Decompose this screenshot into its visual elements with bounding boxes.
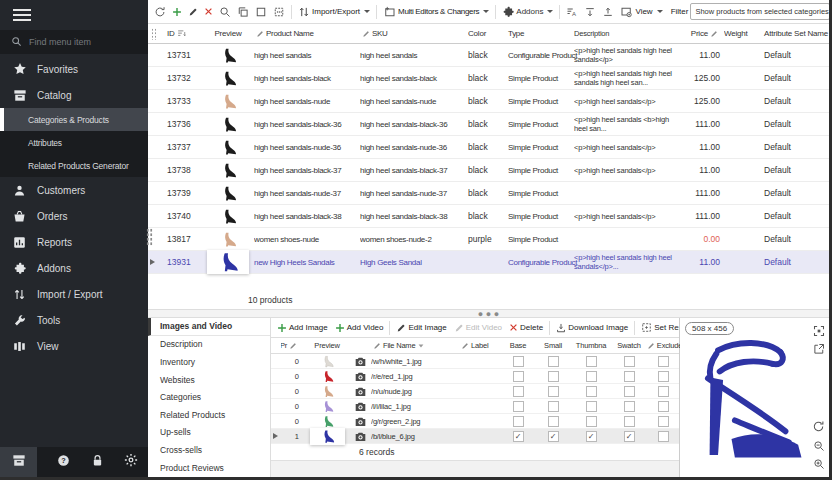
base-checkbox[interactable] — [513, 386, 524, 397]
swatch-checkbox[interactable] — [624, 356, 635, 367]
image-row-l-i-lilac-1-jpg[interactable]: 0/l/i/lilac_1.jpg — [271, 399, 679, 414]
delete-image-button[interactable]: Delete — [506, 322, 546, 333]
zoom-out-button[interactable] — [813, 438, 825, 456]
view-menu[interactable]: View — [618, 5, 664, 19]
column-header-id[interactable]: ID — [158, 29, 202, 38]
sidebar-item-addons[interactable]: Addons — [0, 255, 148, 281]
tab-websites[interactable]: Websites — [148, 371, 270, 389]
column-header-attribute-set[interactable]: Attribute Set Name — [758, 29, 829, 38]
small-checkbox[interactable]: ✓ — [548, 431, 559, 442]
column-header-weight[interactable]: Weight — [724, 29, 758, 38]
sidebar-item-categories-products[interactable]: Categories & Products — [0, 108, 148, 131]
column-header-preview[interactable]: Preview — [305, 341, 349, 350]
base-checkbox[interactable]: ✓ — [513, 431, 524, 442]
tab-description[interactable]: Description — [148, 336, 270, 354]
sidebar-item-attributes[interactable]: Attributes — [0, 131, 148, 154]
product-row-13739[interactable]: 13739high heel sandals-nude-37high heel … — [148, 182, 829, 205]
rotate-image-button[interactable] — [812, 419, 825, 437]
edit-image-button[interactable]: Edit Image — [393, 322, 449, 334]
sidebar-item-related-products-generator[interactable]: Related Products Generator — [0, 154, 148, 177]
refresh-button[interactable] — [152, 5, 168, 19]
exclude-checkbox[interactable] — [658, 386, 669, 397]
product-row-13931[interactable]: 13931new High Heels SandalsHigh Geels Sa… — [148, 251, 829, 274]
swatch-checkbox[interactable]: ✓ — [624, 431, 635, 442]
small-checkbox[interactable] — [548, 416, 559, 427]
hamburger-menu-button[interactable] — [0, 0, 148, 30]
image-row-r-e-red-1-jpg[interactable]: 0/r/e/red_1.jpg — [271, 369, 679, 384]
tab-inventory[interactable]: Inventory — [148, 353, 270, 371]
base-checkbox[interactable] — [513, 416, 524, 427]
horizontal-scrollbar[interactable] — [271, 460, 679, 477]
fit-to-screen-button[interactable] — [813, 323, 825, 341]
sidebar-item-customers[interactable]: Customers — [0, 177, 148, 203]
exclude-checkbox[interactable] — [658, 401, 669, 412]
base-checkbox[interactable] — [513, 401, 524, 412]
column-header-preview[interactable]: Preview — [202, 29, 254, 38]
thumbnail-checkbox[interactable]: ✓ — [586, 431, 597, 442]
column-header-file-name[interactable]: File Name — [371, 341, 459, 350]
thumbnail-checkbox[interactable] — [586, 416, 597, 427]
edit-product-button[interactable] — [186, 6, 200, 18]
column-header-price[interactable]: Price — [680, 29, 724, 38]
sidebar-resize-handle[interactable] — [146, 228, 153, 246]
swatch-checkbox[interactable] — [624, 371, 635, 382]
settings-button[interactable] — [114, 447, 148, 477]
thumbnail-checkbox[interactable] — [586, 356, 597, 367]
open-external-button[interactable] — [813, 341, 825, 359]
download-image-button[interactable]: Download Image — [553, 322, 631, 334]
copy-button[interactable] — [235, 5, 251, 19]
column-header-swatch[interactable]: Swatch — [611, 341, 647, 350]
sidebar-item-favorites[interactable]: Favorites — [0, 56, 148, 82]
lock-button[interactable] — [80, 447, 114, 477]
menu-search-input[interactable] — [29, 37, 129, 47]
column-header-sku[interactable]: SKU — [360, 29, 468, 38]
import-export-menu[interactable]: Import/Export — [296, 5, 372, 19]
small-checkbox[interactable] — [548, 371, 559, 382]
product-row-13738[interactable]: 13738high heel sandals-black-37high heel… — [148, 159, 829, 182]
column-header-color[interactable]: Color — [468, 29, 508, 38]
column-header-description[interactable]: Description — [574, 29, 680, 38]
panel-splitter[interactable]: ● ● ● — [148, 310, 829, 318]
product-row-13737[interactable]: 13737high heel sandals-nude-36high heel … — [148, 136, 829, 159]
small-checkbox[interactable] — [548, 356, 559, 367]
tab-categories[interactable]: Categories — [148, 388, 270, 406]
filter-select[interactable]: Show products from selected categories — [690, 3, 829, 20]
product-row-13732[interactable]: 13732high heel sandals-blackhigh heel sa… — [148, 67, 829, 90]
sidebar-item-reports[interactable]: Reports — [0, 229, 148, 255]
tab-up-sells[interactable]: Up-sells — [148, 424, 270, 442]
add-video-button[interactable]: Add Video — [332, 322, 387, 334]
delete-product-button[interactable] — [202, 6, 215, 17]
sidebar-item-tools[interactable]: Tools — [0, 307, 148, 333]
base-checkbox[interactable] — [513, 371, 524, 382]
small-checkbox[interactable] — [548, 401, 559, 412]
search-button[interactable] — [217, 5, 233, 19]
catalog-shortcut-button[interactable] — [0, 447, 37, 477]
select-button[interactable] — [253, 5, 269, 19]
add-image-button[interactable]: Add Image — [274, 322, 331, 334]
column-header-exclude[interactable]: Exclude — [647, 341, 680, 350]
image-row-w-h-white-1-jpg[interactable]: 0/w/h/white_1.jpg — [271, 354, 679, 369]
column-header-type[interactable]: Type — [508, 29, 574, 38]
swatch-checkbox[interactable] — [624, 416, 635, 427]
exclude-checkbox[interactable] — [658, 356, 669, 367]
product-row-13731[interactable]: 13731high heel sandalshigh heel sandalsb… — [148, 44, 829, 67]
multi-editors-menu[interactable]: Multi Editors & Changers — [381, 5, 491, 19]
column-header-label[interactable]: Label — [459, 341, 501, 350]
swatch-checkbox[interactable] — [624, 401, 635, 412]
collapse-rows-button[interactable] — [600, 5, 616, 19]
image-row-b-l-blue-6-jpg[interactable]: 1/b/l/blue_6.jpg✓✓✓✓ — [271, 429, 679, 444]
column-header-small[interactable]: Small — [535, 341, 571, 350]
image-row-n-u-nude-jpg[interactable]: 0/n/u/nude.jpg — [271, 384, 679, 399]
column-header-priority[interactable]: Pr — [281, 341, 305, 350]
column-header-product-name[interactable]: Product Name — [254, 29, 360, 38]
zoom-in-button[interactable] — [813, 456, 825, 474]
sidebar-item-import-export[interactable]: Import / Export — [0, 281, 148, 307]
column-header-base[interactable]: Base — [501, 341, 535, 350]
add-product-button[interactable] — [170, 6, 184, 18]
product-row-13740[interactable]: 13740high heel sandals-black-38high heel… — [148, 205, 829, 228]
product-row-13736[interactable]: 13736high heel sandals-black-36high heel… — [148, 113, 829, 136]
thumbnail-checkbox[interactable] — [586, 386, 597, 397]
swatch-checkbox[interactable] — [624, 386, 635, 397]
tab-images-and-video[interactable]: Images and Video — [148, 318, 270, 336]
edit-video-button[interactable]: Edit Video — [451, 322, 505, 334]
